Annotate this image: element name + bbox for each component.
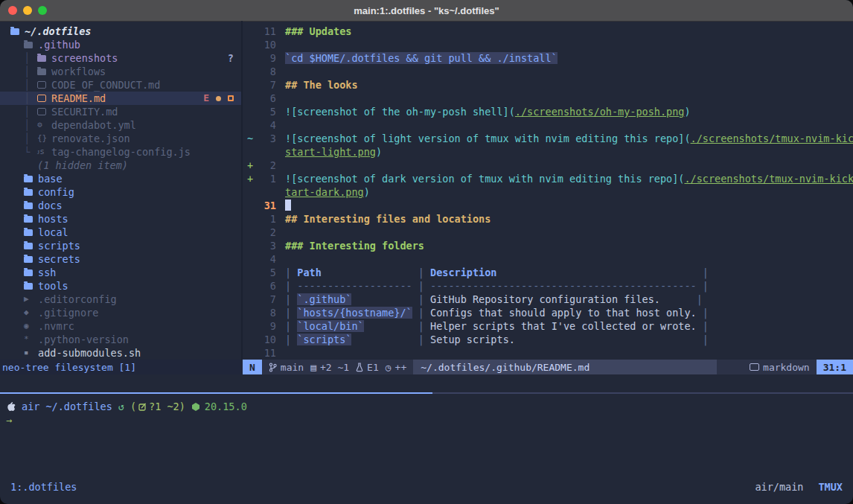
editor-line[interactable]: 10 bbox=[243, 38, 853, 51]
tree-item[interactable]: │workflows bbox=[0, 65, 241, 78]
editor-line[interactable]: 4 bbox=[243, 118, 853, 132]
tree-item-label: local bbox=[38, 226, 68, 239]
tree-item[interactable]: config bbox=[0, 185, 241, 199]
editor-line[interactable]: +2 bbox=[243, 159, 853, 172]
editor-line[interactable]: 8 bbox=[243, 65, 853, 78]
tree-item[interactable]: │SECURITY.md bbox=[0, 105, 241, 118]
tree-item-label: scripts bbox=[38, 239, 80, 252]
line-number: 4 bbox=[257, 118, 276, 132]
line-text bbox=[276, 38, 285, 51]
line-text: tart-dark.png) bbox=[276, 185, 370, 199]
gutter-sign bbox=[243, 212, 257, 226]
git-status-text: ?1 ~2 bbox=[149, 401, 179, 412]
editor-line[interactable]: 7## The looks bbox=[243, 78, 853, 92]
tree-item-label: hosts bbox=[38, 212, 68, 226]
editor-line[interactable]: 5| Path | Description | bbox=[243, 266, 853, 279]
gutter-sign bbox=[243, 252, 257, 266]
neo-tree-sidebar: ~/.dotfiles.github│screenshots?│workflow… bbox=[0, 21, 243, 360]
tree-item[interactable]: tools bbox=[0, 279, 241, 293]
editor-line[interactable]: tart-dark.png) bbox=[243, 185, 853, 199]
gutter-sign: ~ bbox=[243, 132, 257, 145]
folder-icon bbox=[24, 42, 33, 48]
shell-pane[interactable]: air ~/.dotfiles ↺ ( ?1 ~2 ) 20.15.0 → bbox=[0, 394, 853, 482]
editor-line[interactable]: 9`cd $HOME/.dotfiles && git pull && ./in… bbox=[243, 51, 853, 65]
tree-item[interactable]: ~/.dotfiles bbox=[0, 25, 241, 38]
tree-item[interactable]: ◆.gitignore bbox=[0, 306, 241, 319]
tree-item-label: .python-version bbox=[38, 333, 129, 346]
tree-item[interactable]: ◉.nvmrc bbox=[0, 319, 241, 333]
tree-item[interactable]: └ᴊstag-changelog-config.js bbox=[0, 145, 241, 159]
gutter-sign: + bbox=[243, 172, 257, 185]
editor-line[interactable]: 2 bbox=[243, 226, 853, 239]
tree-item-label: .gitignore bbox=[38, 306, 98, 319]
editor-line[interactable]: +1![screenshot of dark version of tmux w… bbox=[243, 172, 853, 185]
editor-line[interactable]: 10| `scripts` | Setup scripts. | bbox=[243, 333, 853, 346]
tree-item[interactable]: ▪add-submodules.sh bbox=[0, 346, 241, 360]
tree-item[interactable]: ssh bbox=[0, 266, 241, 279]
tree-item[interactable]: hosts bbox=[0, 212, 241, 226]
line-text: | `local/bin` | Helper scripts that I've… bbox=[276, 319, 709, 333]
tree-item[interactable]: │screenshots? bbox=[0, 51, 241, 65]
tree-guide: │ bbox=[24, 92, 37, 105]
line-text bbox=[276, 199, 291, 212]
editor-line[interactable]: 6| ------------------- | ---------------… bbox=[243, 279, 853, 293]
tree-item[interactable]: *.python-version bbox=[0, 333, 241, 346]
editor-line[interactable]: 11 bbox=[243, 346, 853, 360]
tree-item[interactable]: .github bbox=[0, 38, 241, 51]
tmux-session-name: air/main bbox=[755, 481, 803, 493]
line-text: ### Interesting folders bbox=[276, 239, 424, 252]
editor-line[interactable]: 3### Interesting folders bbox=[243, 239, 853, 252]
tree-item[interactable]: base bbox=[0, 172, 241, 185]
close-button[interactable] bbox=[8, 6, 17, 15]
tree-item-label: base bbox=[38, 172, 63, 185]
folder-icon bbox=[37, 68, 46, 75]
minimize-button[interactable] bbox=[23, 6, 32, 15]
upgrade-icon: ↺ bbox=[118, 401, 124, 412]
line-number: 9 bbox=[257, 51, 276, 65]
zoom-button[interactable] bbox=[38, 6, 47, 15]
tree-item[interactable]: │⚙dependabot.yml bbox=[0, 118, 241, 132]
tmux-statusbar: 1:.dotfiles air/main TMUX bbox=[0, 479, 853, 494]
tree-item-label: CODE_OF_CONDUCT.md bbox=[51, 78, 160, 92]
tree-item[interactable]: local bbox=[0, 226, 241, 239]
gutter-sign bbox=[243, 185, 257, 199]
editor-line[interactable]: start-light.png) bbox=[243, 145, 853, 159]
filepath-chip: ~/.dotfiles/.github/README.md bbox=[413, 360, 717, 374]
line-text: | Path | Description | bbox=[276, 266, 709, 279]
line-text: | `.github` | GitHub Repository configur… bbox=[276, 293, 703, 306]
gutter-sign bbox=[243, 346, 257, 360]
updates-segment: ◷ ++ bbox=[386, 362, 406, 373]
tree-item[interactable]: │CODE_OF_CONDUCT.md bbox=[0, 78, 241, 92]
tree-item-selected[interactable]: │README.mdE bbox=[0, 92, 241, 105]
editor-line[interactable]: 8| `hosts/{hostname}/` | Configs that sh… bbox=[243, 306, 853, 319]
tree-item[interactable]: scripts bbox=[0, 239, 241, 252]
tree-item[interactable]: docs bbox=[0, 199, 241, 212]
folder-icon bbox=[24, 216, 33, 223]
line-number: 1 bbox=[257, 212, 276, 226]
tree-guide: └ bbox=[24, 145, 37, 159]
editor-buffer[interactable]: 11### Updates109`cd $HOME/.dotfiles && g… bbox=[243, 21, 853, 360]
editor-line[interactable]: 31 bbox=[243, 199, 853, 212]
editor-line[interactable]: ~3![screenshot of light version of tmux … bbox=[243, 132, 853, 145]
tree-item[interactable]: │{}renovate.json bbox=[0, 132, 241, 145]
tree-item-label: secrets bbox=[38, 252, 80, 266]
line-text bbox=[276, 346, 285, 360]
markdown-icon bbox=[750, 363, 759, 371]
tmux-window-tab[interactable]: 1:.dotfiles bbox=[10, 481, 77, 493]
folder-icon bbox=[10, 28, 19, 35]
editor-line[interactable]: 5![screenshot of the oh-my-posh shell](.… bbox=[243, 105, 853, 118]
tree-item[interactable]: (1 hidden item) bbox=[0, 159, 241, 172]
tree-item[interactable]: ▶.editorconfig bbox=[0, 293, 241, 306]
gutter-sign bbox=[243, 65, 257, 78]
tree-item[interactable]: secrets bbox=[0, 252, 241, 266]
editor-line[interactable]: 4 bbox=[243, 252, 853, 266]
editor-line[interactable]: 11### Updates bbox=[243, 25, 853, 38]
status-row: neo-tree filesystem [1] N main ▤ +2 ~1 bbox=[0, 360, 853, 374]
editor-line[interactable]: 7| `.github` | GitHub Repository configu… bbox=[243, 293, 853, 306]
editor-line[interactable]: 9| `local/bin` | Helper scripts that I'v… bbox=[243, 319, 853, 333]
editor-line[interactable]: 1## Interesting files and locations bbox=[243, 212, 853, 226]
git-edit-icon bbox=[138, 403, 147, 411]
line-text bbox=[276, 226, 285, 239]
line-number: 2 bbox=[257, 226, 276, 239]
editor-line[interactable]: 6 bbox=[243, 92, 853, 105]
